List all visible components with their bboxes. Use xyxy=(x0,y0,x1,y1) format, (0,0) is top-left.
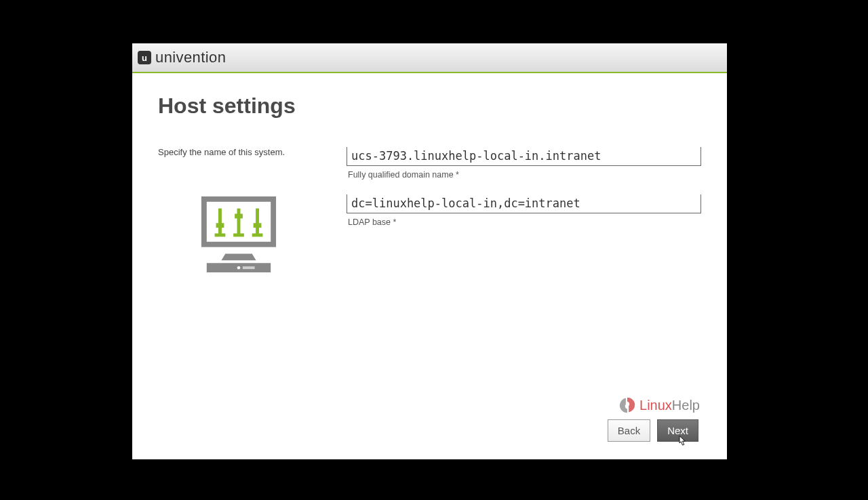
field-block-ldap: LDAP base * xyxy=(347,194,701,227)
linuxhelp-watermark: LinuxHelp xyxy=(618,396,700,415)
cursor-pointer-icon xyxy=(675,435,688,447)
brand-text: univention xyxy=(155,49,226,66)
fqdn-input[interactable] xyxy=(347,147,701,166)
univention-logo-icon: u xyxy=(138,51,151,64)
svg-rect-6 xyxy=(235,214,243,219)
linuxhelp-logo-icon xyxy=(618,396,637,415)
right-column: Fully qualified domain name * LDAP base … xyxy=(347,147,701,276)
settings-monitor-icon xyxy=(199,194,279,276)
fqdn-label: Fully qualified domain name * xyxy=(347,170,701,180)
ldap-base-input[interactable] xyxy=(347,194,701,213)
ldap-base-label: LDAP base * xyxy=(347,217,701,227)
svg-rect-14 xyxy=(243,266,255,269)
field-block-fqdn: Fully qualified domain name * xyxy=(347,147,701,180)
svg-marker-11 xyxy=(221,254,256,261)
watermark-text: LinuxHelp xyxy=(639,398,700,413)
svg-rect-3 xyxy=(216,223,224,228)
form-row: Specify the name of this system. xyxy=(158,147,701,276)
svg-rect-9 xyxy=(254,223,262,228)
left-column: Specify the name of this system. xyxy=(158,147,347,276)
content-area: Host settings Specify the name of this s… xyxy=(132,73,727,459)
header-bar: u univention xyxy=(132,43,727,73)
page-title: Host settings xyxy=(158,93,701,119)
prompt-text: Specify the name of this system. xyxy=(158,147,333,157)
installer-window: u univention Host settings Specify the n… xyxy=(132,43,727,459)
back-button[interactable]: Back xyxy=(608,419,650,442)
svg-point-13 xyxy=(237,266,241,270)
